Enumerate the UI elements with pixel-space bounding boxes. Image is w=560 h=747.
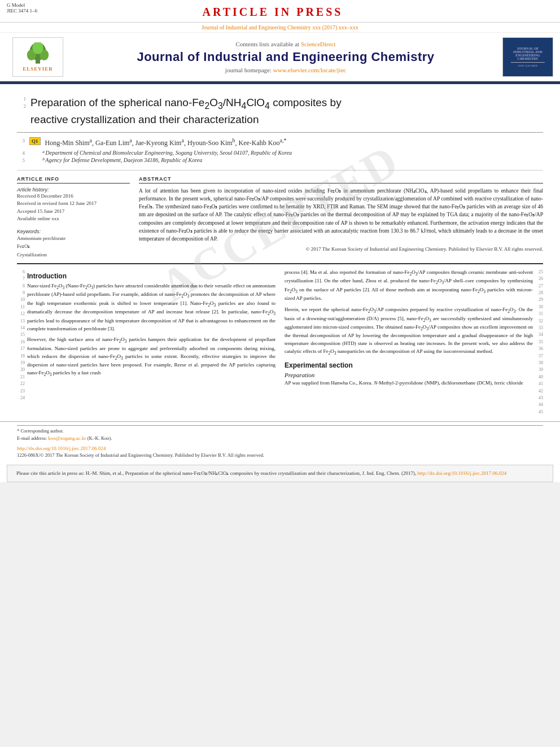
intro-paragraph2: However, the high surface area of nano-F… — [27, 336, 275, 378]
right-paragraph1: process [4]. Ma et al. also reported the… — [285, 269, 533, 303]
article-info-abstract: ARTICLE INFO Article history: Received 8… — [17, 176, 543, 259]
copyright-line: © 2017 The Korean Society of Industrial … — [139, 246, 543, 252]
journal-header: ELSEVIER Contents lists available at Sci… — [0, 33, 560, 82]
journal-name: Journal of Industrial and Engineering Ch… — [75, 50, 497, 64]
body-right: process [4]. Ma et al. also reported the… — [285, 269, 543, 416]
journal-citation-line: Journal of Industrial and Engineering Ch… — [0, 23, 560, 33]
q1-badge: Q1 — [29, 137, 41, 145]
article-info-col: ARTICLE INFO Article history: Received 8… — [17, 176, 130, 259]
top-bar: G Model JIEC 3474 1–6 ARTICLE IN PRESS — [0, 0, 560, 23]
article-body: ACCEPTED 1 2 Preparation of the spherica… — [0, 84, 560, 421]
right-paragraph2: Herein, we report the spherical nano-Fe2… — [285, 306, 533, 357]
abstract-col: ABSTRACT A lot of attention has been giv… — [139, 176, 543, 259]
elsevier-tree-icon — [24, 42, 52, 65]
doi-link[interactable]: http://dx.doi.org/10.1016/j.jiec.2017.06… — [17, 445, 106, 451]
affiliation-b: ᵇ Agency for Defense Development, Daejeo… — [29, 157, 202, 163]
page-wrapper: G Model JIEC 3474 1–6 ARTICLE IN PRESS J… — [0, 0, 560, 482]
citation-box: Please cite this article in press as: H.… — [7, 465, 553, 483]
title-section: 1 2 Preparation of the spherical nano-Fe… — [17, 90, 543, 133]
exp-section-title: Experimental section — [285, 361, 533, 369]
body-columns: 6 7 8 9 10 11 12 13 14 15 16 17 18 19 — [17, 269, 543, 416]
intro-paragraph1: Nano-sized Fe2O3 (Nano-Fe2O3) particles … — [27, 282, 275, 333]
affiliation-a: ᵃ Department of Chemical and Biomolecula… — [29, 150, 292, 156]
abstract-text: A lot of attention has been given to inc… — [139, 187, 543, 243]
corresponding-footnote: * Corresponding author. E-mail address: … — [17, 428, 543, 442]
prep-subtitle: Preparation — [285, 372, 533, 378]
elsevier-logo-left: ELSEVIER — [7, 37, 69, 77]
issn-line: 1226-086X/© 2017 The Korean Society of I… — [17, 452, 543, 458]
authors-list: Hong-Min Shima, Ga-Eun Lima, Jae-Kyeong … — [45, 137, 287, 147]
prep-text: AP was supplied from Hanwha Co., Korea. … — [285, 379, 533, 387]
footer-area: * Corresponding author. E-mail address: … — [0, 421, 560, 461]
article-in-press-banner: ARTICLE IN PRESS — [203, 2, 343, 20]
article-title: Preparation of the spherical nano-Fe2O3/… — [30, 95, 342, 128]
g-model-info: G Model JIEC 3474 1–6 — [7, 2, 37, 14]
body-left: 6 7 8 9 10 11 12 13 14 15 16 17 18 19 — [17, 269, 275, 416]
journal-title-center: Contents lists available at ScienceDirec… — [69, 41, 502, 73]
authors-section: 3 Q1 Hong-Min Shima, Ga-Eun Lima, Jae-Ky… — [17, 133, 543, 167]
intro-title: Introduction — [27, 272, 275, 280]
journal-logo-right: JOURNAL OFINDUSTRIAL ANDENGINEERINGCHEMI… — [502, 37, 553, 77]
citation-link[interactable]: http://dx.doi.org/10.1016/j.jiec.2017.06… — [418, 470, 507, 476]
